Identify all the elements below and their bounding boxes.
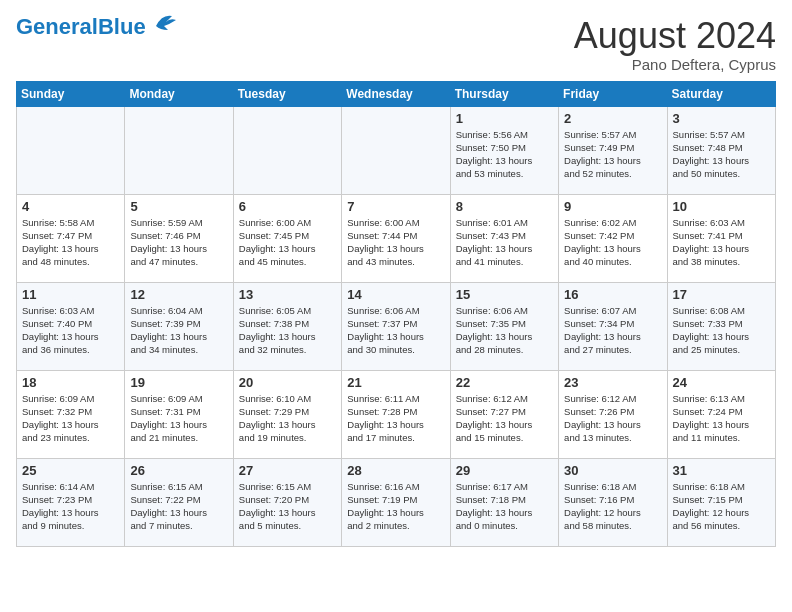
day-info: Sunrise: 6:03 AM Sunset: 7:40 PM Dayligh…: [22, 304, 119, 357]
day-number: 22: [456, 375, 553, 390]
logo: GeneralBlue: [16, 16, 180, 38]
table-row: 4Sunrise: 5:58 AM Sunset: 7:47 PM Daylig…: [17, 194, 776, 282]
table-cell: 10Sunrise: 6:03 AM Sunset: 7:41 PM Dayli…: [667, 194, 775, 282]
day-number: 5: [130, 199, 227, 214]
col-sunday: Sunday: [17, 81, 125, 106]
day-number: 31: [673, 463, 770, 478]
day-info: Sunrise: 6:03 AM Sunset: 7:41 PM Dayligh…: [673, 216, 770, 269]
col-tuesday: Tuesday: [233, 81, 341, 106]
table-cell: 25Sunrise: 6:14 AM Sunset: 7:23 PM Dayli…: [17, 458, 125, 546]
table-cell: 7Sunrise: 6:00 AM Sunset: 7:44 PM Daylig…: [342, 194, 450, 282]
day-number: 13: [239, 287, 336, 302]
logo-blue: Blue: [98, 14, 146, 39]
day-number: 28: [347, 463, 444, 478]
day-info: Sunrise: 6:07 AM Sunset: 7:34 PM Dayligh…: [564, 304, 661, 357]
day-info: Sunrise: 6:05 AM Sunset: 7:38 PM Dayligh…: [239, 304, 336, 357]
table-row: 11Sunrise: 6:03 AM Sunset: 7:40 PM Dayli…: [17, 282, 776, 370]
table-cell: 16Sunrise: 6:07 AM Sunset: 7:34 PM Dayli…: [559, 282, 667, 370]
day-number: 10: [673, 199, 770, 214]
table-cell: 8Sunrise: 6:01 AM Sunset: 7:43 PM Daylig…: [450, 194, 558, 282]
day-info: Sunrise: 5:59 AM Sunset: 7:46 PM Dayligh…: [130, 216, 227, 269]
day-number: 14: [347, 287, 444, 302]
col-wednesday: Wednesday: [342, 81, 450, 106]
day-number: 23: [564, 375, 661, 390]
day-info: Sunrise: 6:12 AM Sunset: 7:27 PM Dayligh…: [456, 392, 553, 445]
calendar-table: Sunday Monday Tuesday Wednesday Thursday…: [16, 81, 776, 547]
col-saturday: Saturday: [667, 81, 775, 106]
table-cell: 14Sunrise: 6:06 AM Sunset: 7:37 PM Dayli…: [342, 282, 450, 370]
table-cell: 6Sunrise: 6:00 AM Sunset: 7:45 PM Daylig…: [233, 194, 341, 282]
table-cell: 9Sunrise: 6:02 AM Sunset: 7:42 PM Daylig…: [559, 194, 667, 282]
day-info: Sunrise: 5:57 AM Sunset: 7:48 PM Dayligh…: [673, 128, 770, 181]
day-number: 8: [456, 199, 553, 214]
table-cell: 4Sunrise: 5:58 AM Sunset: 7:47 PM Daylig…: [17, 194, 125, 282]
table-cell: 30Sunrise: 6:18 AM Sunset: 7:16 PM Dayli…: [559, 458, 667, 546]
day-info: Sunrise: 6:02 AM Sunset: 7:42 PM Dayligh…: [564, 216, 661, 269]
day-number: 4: [22, 199, 119, 214]
day-info: Sunrise: 5:58 AM Sunset: 7:47 PM Dayligh…: [22, 216, 119, 269]
logo-bird-icon: [148, 12, 180, 34]
table-cell: 2Sunrise: 5:57 AM Sunset: 7:49 PM Daylig…: [559, 106, 667, 194]
col-thursday: Thursday: [450, 81, 558, 106]
day-number: 12: [130, 287, 227, 302]
day-info: Sunrise: 6:00 AM Sunset: 7:44 PM Dayligh…: [347, 216, 444, 269]
day-info: Sunrise: 6:15 AM Sunset: 7:20 PM Dayligh…: [239, 480, 336, 533]
table-cell: 1Sunrise: 5:56 AM Sunset: 7:50 PM Daylig…: [450, 106, 558, 194]
table-row: 25Sunrise: 6:14 AM Sunset: 7:23 PM Dayli…: [17, 458, 776, 546]
day-info: Sunrise: 6:00 AM Sunset: 7:45 PM Dayligh…: [239, 216, 336, 269]
day-number: 1: [456, 111, 553, 126]
day-number: 2: [564, 111, 661, 126]
table-cell: 5Sunrise: 5:59 AM Sunset: 7:46 PM Daylig…: [125, 194, 233, 282]
day-info: Sunrise: 6:09 AM Sunset: 7:32 PM Dayligh…: [22, 392, 119, 445]
day-number: 27: [239, 463, 336, 478]
day-info: Sunrise: 6:01 AM Sunset: 7:43 PM Dayligh…: [456, 216, 553, 269]
logo-general: General: [16, 14, 98, 39]
day-info: Sunrise: 6:18 AM Sunset: 7:15 PM Dayligh…: [673, 480, 770, 533]
day-info: Sunrise: 6:04 AM Sunset: 7:39 PM Dayligh…: [130, 304, 227, 357]
logo-text: GeneralBlue: [16, 16, 146, 38]
table-row: 18Sunrise: 6:09 AM Sunset: 7:32 PM Dayli…: [17, 370, 776, 458]
day-number: 25: [22, 463, 119, 478]
table-cell: 21Sunrise: 6:11 AM Sunset: 7:28 PM Dayli…: [342, 370, 450, 458]
table-cell: 28Sunrise: 6:16 AM Sunset: 7:19 PM Dayli…: [342, 458, 450, 546]
col-monday: Monday: [125, 81, 233, 106]
day-number: 20: [239, 375, 336, 390]
day-number: 21: [347, 375, 444, 390]
day-info: Sunrise: 6:06 AM Sunset: 7:35 PM Dayligh…: [456, 304, 553, 357]
table-cell: [17, 106, 125, 194]
col-friday: Friday: [559, 81, 667, 106]
table-cell: 27Sunrise: 6:15 AM Sunset: 7:20 PM Dayli…: [233, 458, 341, 546]
table-cell: 22Sunrise: 6:12 AM Sunset: 7:27 PM Dayli…: [450, 370, 558, 458]
table-cell: [233, 106, 341, 194]
header: GeneralBlue August 2024 Pano Deftera, Cy…: [16, 16, 776, 73]
table-cell: [125, 106, 233, 194]
table-cell: 18Sunrise: 6:09 AM Sunset: 7:32 PM Dayli…: [17, 370, 125, 458]
day-number: 17: [673, 287, 770, 302]
table-cell: 15Sunrise: 6:06 AM Sunset: 7:35 PM Dayli…: [450, 282, 558, 370]
calendar-container: GeneralBlue August 2024 Pano Deftera, Cy…: [0, 0, 792, 557]
table-row: 1Sunrise: 5:56 AM Sunset: 7:50 PM Daylig…: [17, 106, 776, 194]
table-cell: 17Sunrise: 6:08 AM Sunset: 7:33 PM Dayli…: [667, 282, 775, 370]
day-number: 26: [130, 463, 227, 478]
day-number: 30: [564, 463, 661, 478]
table-cell: 11Sunrise: 6:03 AM Sunset: 7:40 PM Dayli…: [17, 282, 125, 370]
day-number: 19: [130, 375, 227, 390]
day-info: Sunrise: 6:09 AM Sunset: 7:31 PM Dayligh…: [130, 392, 227, 445]
day-info: Sunrise: 6:14 AM Sunset: 7:23 PM Dayligh…: [22, 480, 119, 533]
day-number: 9: [564, 199, 661, 214]
day-info: Sunrise: 6:10 AM Sunset: 7:29 PM Dayligh…: [239, 392, 336, 445]
day-info: Sunrise: 6:15 AM Sunset: 7:22 PM Dayligh…: [130, 480, 227, 533]
day-info: Sunrise: 5:56 AM Sunset: 7:50 PM Dayligh…: [456, 128, 553, 181]
table-cell: 29Sunrise: 6:17 AM Sunset: 7:18 PM Dayli…: [450, 458, 558, 546]
day-info: Sunrise: 6:08 AM Sunset: 7:33 PM Dayligh…: [673, 304, 770, 357]
month-year: August 2024: [574, 16, 776, 56]
day-number: 7: [347, 199, 444, 214]
day-info: Sunrise: 6:17 AM Sunset: 7:18 PM Dayligh…: [456, 480, 553, 533]
day-info: Sunrise: 6:11 AM Sunset: 7:28 PM Dayligh…: [347, 392, 444, 445]
location: Pano Deftera, Cyprus: [574, 56, 776, 73]
day-info: Sunrise: 6:18 AM Sunset: 7:16 PM Dayligh…: [564, 480, 661, 533]
table-cell: 20Sunrise: 6:10 AM Sunset: 7:29 PM Dayli…: [233, 370, 341, 458]
day-number: 15: [456, 287, 553, 302]
day-info: Sunrise: 5:57 AM Sunset: 7:49 PM Dayligh…: [564, 128, 661, 181]
day-info: Sunrise: 6:12 AM Sunset: 7:26 PM Dayligh…: [564, 392, 661, 445]
